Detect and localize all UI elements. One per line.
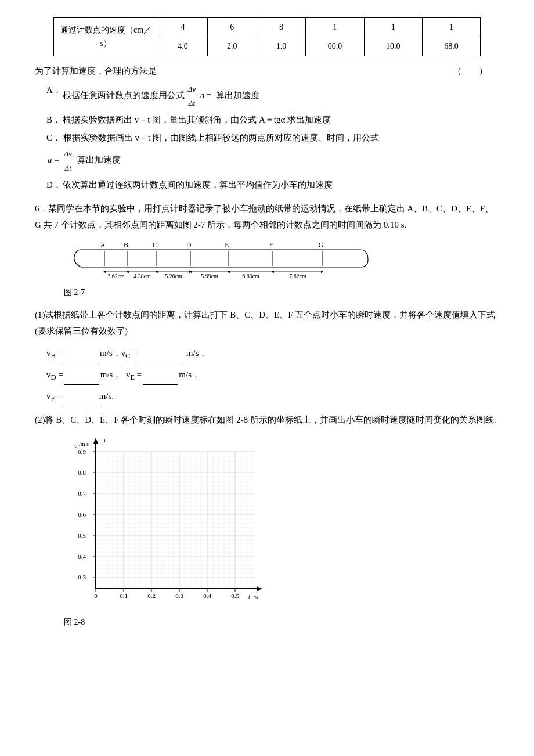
svg-text:0.6: 0.6 [78,511,86,518]
graph-svg: v /m·s -1 t /s [64,433,273,607]
tape-svg: A B C D E F G 3.62cm 4.38cm 5.20cm [64,239,377,281]
svg-marker-36 [321,271,323,273]
svg-text:v: v [74,442,77,449]
formula-c: Δv Δt [63,147,73,175]
option-c-label: C． [46,133,61,142]
svg-text:0.8: 0.8 [78,469,86,476]
vb-blank[interactable] [64,363,99,363]
table-cell-top-6: 1 [422,18,480,37]
svg-text:0.5: 0.5 [231,592,239,599]
table-cell-bot-6: 68.0 [422,37,480,56]
vb-vc-line: vB =m/s，vC =m/s， [46,344,499,363]
svg-text:0.2: 0.2 [147,592,156,599]
svg-text:4.38cm: 4.38cm [134,273,151,279]
svg-text:6.80cm: 6.80cm [242,273,259,279]
option-c: C． 根据实验数据画出 v－t 图，由图线上相距较远的两点所对应的速度、时间，用… [46,130,499,175]
table-cell-bot-3: 1.0 [257,37,306,56]
option-d: D． 依次算出通过连续两计数点间的加速度，算出平均值作为小车的加速度 [46,177,499,193]
option-d-label: D． [46,177,63,193]
svg-text:E: E [225,241,229,249]
svg-text:B: B [124,241,128,249]
svg-text:A: A [100,241,106,249]
svg-text:0.5: 0.5 [78,532,86,539]
answer-section: vB =m/s，vC =m/s， vD =m/s， vE =m/s， vF =m… [46,344,499,406]
table-label: 通过计数点的速度（cm／s） [54,18,158,56]
question6-intro: 6．某同学在本节的实验中，用打点计时器记录了被小车拖动的纸带的运动情况，在纸带上… [35,201,499,233]
svg-text:0.9: 0.9 [78,448,86,455]
tape-diagram: A B C D E F G 3.62cm 4.38cm 5.20cm [64,239,377,281]
svg-text:t: t [248,593,251,600]
option-c-text1: 根据实验数据画出 v－t 图，由图线上相距较远的两点所对应的速度、时间，用公式 [63,133,379,142]
svg-marker-40 [93,438,98,444]
svg-text:/s: /s [254,593,258,600]
table-cell-bot-2: 2.0 [207,37,257,56]
fig27-label: 图 2-7 [64,286,499,300]
option-d-text: 依次算出通过连续两计数点间的加速度，算出平均值作为小车的加速度 [63,177,499,193]
option-a-label: A． [46,82,63,98]
speed-table: 通过计数点的速度（cm／s） 4 6 8 1 1 1 4.0 2.0 1.0 0… [53,17,481,56]
vc-blank[interactable] [139,363,185,363]
svg-text:D: D [186,241,192,249]
svg-marker-41 [257,586,262,591]
svg-text:0: 0 [94,592,98,599]
table-cell-top-1: 4 [158,18,208,37]
svg-text:0.1: 0.1 [120,592,128,599]
table-cell-top-5: 1 [364,18,422,37]
svg-text:C: C [153,241,157,249]
svg-text:/m·s: /m·s [79,441,89,447]
fig28-label: 图 2-8 [64,615,499,629]
option-b-label: B． [46,112,63,128]
formula-a: Δv Δt [187,82,197,110]
q5-intro-text: 为了计算加速度，合理的方法是 [35,66,157,75]
option-b-text: 根据实验数据画出 v－t 图，量出其倾斜角，由公式 A＝tgα 求出加速度 [63,112,499,128]
q6-part2-text: (2)将 B、C、D、E、F 各个时刻的瞬时速度标在如图 2-8 所示的坐标纸上… [35,412,499,429]
svg-text:0.3: 0.3 [175,592,183,599]
option-a: A． 根据任意两计数点的速度用公式 Δv Δt a = 算出加速度 [46,82,499,110]
vf-blank[interactable] [63,406,98,406]
svg-text:5.20cm: 5.20cm [165,273,182,279]
table-cell-bot-4: 00.0 [306,37,364,56]
q5-bracket: （ ） [453,63,488,79]
option-b: B． 根据实验数据画出 v－t 图，量出其倾斜角，由公式 A＝tgα 求出加速度 [46,112,499,128]
svg-text:3.62cm: 3.62cm [107,273,125,279]
option-a-content: 根据任意两计数点的速度用公式 Δv Δt a = 算出加速度 [63,82,499,110]
vd-blank[interactable] [64,384,99,385]
graph-container: v /m·s -1 t /s [64,433,499,613]
svg-text:5.99cm: 5.99cm [201,273,218,279]
svg-text:-1: -1 [102,438,106,444]
svg-text:G: G [319,241,324,249]
table-cell-bot-1: 4.0 [158,37,208,56]
svg-text:0.4: 0.4 [78,553,86,560]
vf-line: vF =m/s. [46,387,499,406]
table-cell-top-4: 1 [306,18,364,37]
ve-blank[interactable] [143,384,178,385]
page-content: 通过计数点的速度（cm／s） 4 6 8 1 1 1 4.0 2.0 1.0 0… [35,17,499,629]
table-cell-bot-5: 10.0 [364,37,422,56]
table-cell-top-2: 6 [207,18,257,37]
svg-text:0.3: 0.3 [78,574,86,581]
option-c-line1: C． 根据实验数据画出 v－t 图，由图线上相距较远的两点所对应的速度、时间，用… [46,130,379,146]
table-cell-top-3: 8 [257,18,306,37]
question5-intro: 为了计算加速度，合理的方法是 （ ） [35,63,499,79]
vd-ve-line: vD =m/s， vE =m/s， [46,366,499,385]
option-c-line2: a = Δv Δt 算出加速度 [48,147,121,175]
q6-part1-text: (1)试根据纸带上各个计数点间的距离，计算出打下 B、C、D、E、F 五个点时小… [35,307,499,340]
svg-text:F: F [269,241,273,249]
svg-text:0.7: 0.7 [78,490,86,497]
svg-text:0.4: 0.4 [203,592,211,599]
svg-marker-15 [103,271,106,273]
svg-text:7.62cm: 7.62cm [289,273,306,279]
